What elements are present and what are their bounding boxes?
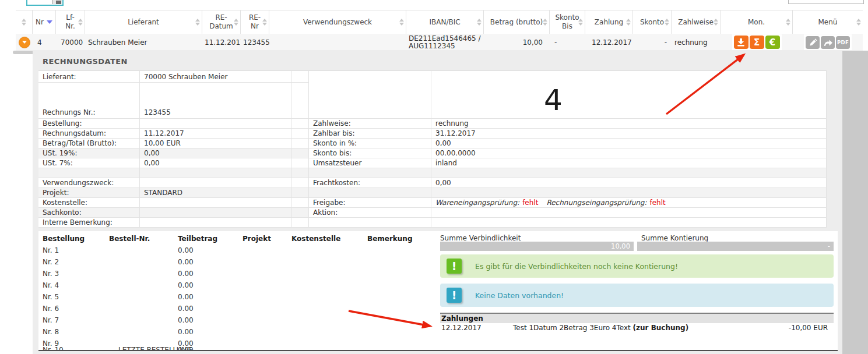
column-label: IBAN/BIC — [423, 18, 466, 27]
field-value: 0,00 — [431, 178, 827, 187]
sort-arrows-icon[interactable] — [78, 19, 83, 26]
column-header-nr[interactable]: Nr — [33, 10, 56, 34]
bestellung-nr: Nr. 6 — [43, 305, 59, 313]
column-header-zahlweise[interactable]: Zahlweise — [672, 10, 721, 34]
freigabe-check-name: Wareneingangsprüfung: — [435, 199, 519, 207]
field-value: 31.12.2017 — [431, 129, 827, 138]
column-header-zahlung[interactable]: Zahlung — [585, 10, 633, 34]
field-row: Zahlweise:rechnung — [309, 119, 827, 129]
bestellung-nr: Nr. 8 — [43, 328, 59, 336]
column-header-skonto[interactable]: Skonto — [633, 10, 672, 34]
bestellung-teilbetrag: 0.00 — [178, 246, 194, 254]
field-value: 11.12.2017 — [140, 129, 291, 138]
zahlungen-section-header: Zahlungen — [440, 313, 834, 323]
column-header-verwendungszweck[interactable]: Verwendungszweck — [269, 10, 406, 34]
combobox-dropdown-button[interactable] — [52, 0, 62, 4]
field-value: inland — [431, 158, 827, 168]
field-label: Kostenstelle: — [38, 198, 140, 207]
field-row: Bestellung: — [38, 119, 309, 129]
filter-combobox-partial[interactable] — [26, 0, 64, 6]
column-header-iban-bic[interactable]: IBAN/BIC — [406, 10, 484, 34]
field-spacer — [291, 218, 309, 227]
invoice-row[interactable]: 4 70000 Schrauben Meier 11.12.2017 12345… — [16, 34, 863, 51]
column-label: Betrag (brutto) — [484, 18, 549, 27]
kontierung-summary-section: Summe Verbindlichkeit Summe Kontierung 1… — [440, 231, 834, 351]
alert-text: Keine Daten vorhanden! — [475, 291, 564, 300]
field-label — [309, 188, 431, 197]
field-row: USt. 19%:0,00 — [38, 148, 309, 158]
sort-arrows-icon[interactable] — [22, 19, 26, 26]
cell-re-datum: 11.12.2017 — [202, 34, 241, 51]
cell-lf-nr: 70000 — [56, 34, 85, 51]
filter-input-partial[interactable] — [788, 0, 864, 4]
field-label — [309, 168, 431, 178]
payment-date: 12.12.2017 — [441, 324, 482, 332]
alert-text: Es gibt für die Verbindlichkeiten noch k… — [475, 262, 678, 271]
column-header-lf-nr[interactable]: Lf-Nr. — [56, 10, 85, 34]
field-value: 00.00.0000 — [431, 148, 827, 158]
pdf-icon[interactable]: PDF — [836, 36, 850, 49]
field-row: Projekt:STANDARD — [38, 188, 309, 198]
column-header-lieferant[interactable]: Lieferant — [85, 10, 202, 34]
column-header-mon[interactable]: Mon. — [721, 10, 793, 34]
bestellung-column-header: Bestell-Nr. — [109, 235, 150, 243]
sort-arrows-icon[interactable] — [477, 19, 482, 26]
cell-re-nr: 123455 — [241, 34, 269, 51]
field-value — [140, 168, 291, 178]
column-header-menu[interactable]: Menü — [793, 10, 863, 34]
column-header-expander[interactable] — [16, 10, 33, 34]
edit-pencil-icon[interactable] — [806, 36, 820, 49]
cell-iban-bic: DE211Ead1546465 /AUG1112345 — [406, 34, 484, 51]
field-row: Sachkonto: — [38, 208, 309, 218]
collapse-row-button[interactable] — [19, 37, 30, 48]
column-label: Lieferant — [122, 18, 165, 27]
no-data-alert: ! Keine Daten vorhanden! — [440, 284, 834, 307]
sort-arrows-icon[interactable] — [856, 19, 861, 26]
column-header-betrag[interactable]: Betrag (brutto) — [484, 10, 550, 34]
bestellung-nr: Nr. 7 — [43, 316, 59, 324]
sort-arrows-icon[interactable] — [195, 19, 200, 26]
field-label — [38, 168, 140, 178]
sort-arrows-icon[interactable] — [399, 19, 404, 26]
row-number-watermark: 4 — [544, 83, 563, 117]
field-value — [140, 198, 291, 207]
invoice-fields: Lieferant:70000 Schrauben MeierRechnungs… — [38, 70, 827, 228]
cell-mon-icons: Σ € — [721, 34, 793, 51]
freigabe-check-status: fehlt — [522, 199, 538, 207]
field-label — [309, 71, 431, 118]
column-header-skonto-bis[interactable]: Skonto Bis — [550, 10, 585, 34]
download-icon[interactable] — [734, 36, 748, 49]
forward-arrow-icon[interactable] — [821, 36, 835, 49]
sort-arrows-icon[interactable] — [665, 19, 669, 26]
field-label: Frachtkosten: — [309, 178, 431, 187]
euro-payment-icon[interactable]: € — [765, 36, 780, 49]
field-spacer — [291, 188, 309, 197]
bestellung-nr: Nr. 3 — [43, 270, 59, 278]
sum-sigma-icon[interactable]: Σ — [750, 36, 764, 49]
vertical-scrollbar[interactable] — [842, 51, 868, 354]
sort-arrows-icon[interactable] — [262, 19, 267, 26]
field-label: Rechnungs Nr.: — [38, 83, 140, 118]
column-label: Menü — [813, 18, 844, 27]
sort-arrows-icon[interactable] — [626, 19, 631, 26]
field-row — [38, 168, 309, 178]
field-row — [309, 188, 827, 198]
no-kontierung-alert: ! Es gibt für die Verbindlichkeiten noch… — [440, 254, 834, 278]
column-label: Zahlung — [589, 18, 629, 27]
field-value — [140, 119, 291, 128]
sort-arrows-icon[interactable] — [578, 19, 583, 26]
sort-arrows-icon[interactable] — [543, 19, 547, 26]
field-row: USt. 7%:0,00 — [38, 158, 309, 168]
sort-arrows-icon[interactable] — [786, 19, 790, 26]
field-row: Rechnungsdatum:11.12.2017 — [38, 129, 309, 139]
column-header-re-datum[interactable]: RE-Datum — [202, 10, 241, 34]
sort-arrows-icon[interactable] — [714, 19, 718, 26]
summe-verbindlichkeit-label: Summe Verbindlichkeit — [440, 234, 521, 242]
field-label: Betrag/Total (Brutto): — [38, 139, 140, 148]
verbindlichkeit-amount-bar: 10,00 — [440, 242, 634, 251]
cell-zahlweise: rechnung — [672, 34, 721, 51]
field-value — [431, 168, 827, 178]
column-header-re-nr[interactable]: RE-Nr — [241, 10, 269, 34]
sort-arrows-icon[interactable] — [234, 19, 238, 26]
field-value — [431, 188, 827, 197]
